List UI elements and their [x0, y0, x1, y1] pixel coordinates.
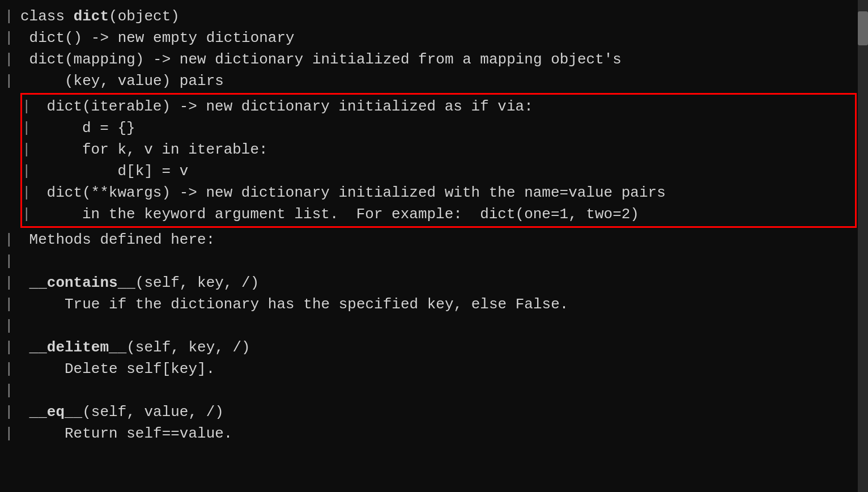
line-text: Return self==value. [20, 423, 857, 444]
line-text: (key, value) pairs [20, 70, 857, 92]
line-item: |class dict(object) [5, 6, 857, 27]
line-item: | dict() -> new empty dictionary [5, 27, 857, 49]
highlight-region: | dict(iterable) -> new dictionary initi… [20, 93, 857, 228]
line-bar: | [22, 203, 33, 225]
line-bar: | [5, 6, 16, 27]
line-text: __eq__(self, value, /) [20, 401, 857, 423]
line-item: | Methods defined here: [5, 229, 857, 251]
line-text: Delete self[key]. [20, 358, 857, 380]
line-bar: | [22, 117, 33, 139]
content-area: |class dict(object)| dict() -> new empty… [0, 6, 857, 444]
line-bar: | [22, 182, 33, 203]
line-text: d = {} [38, 117, 855, 139]
line-bar: | [22, 160, 33, 182]
line-item: | __contains__(self, key, /) [5, 272, 857, 294]
scrollbar-thumb[interactable] [858, 11, 868, 45]
line-item: | dict(mapping) -> new dictionary initia… [5, 49, 857, 70]
line-item: | [5, 380, 857, 401]
line-text: d[k] = v [38, 160, 855, 182]
line-bar: | [5, 49, 16, 70]
line-bar: | [5, 272, 16, 294]
line-item: | in the keyword argument list. For exam… [22, 203, 855, 225]
line-bar: | [5, 251, 16, 272]
line-bar: | [5, 380, 16, 401]
line-item: | d = {} [22, 117, 855, 139]
line-bar: | [5, 27, 16, 49]
line-text: Methods defined here: [20, 229, 857, 251]
line-bar: | [22, 96, 33, 117]
line-item: | dict(**kwargs) -> new dictionary initi… [22, 182, 855, 203]
scrollbar[interactable] [858, 0, 868, 492]
line-item: | __eq__(self, value, /) [5, 401, 857, 423]
line-bar: | [5, 315, 16, 337]
line-text: __delitem__(self, key, /) [20, 337, 857, 358]
line-bar: | [5, 401, 16, 423]
line-item: | (key, value) pairs [5, 70, 857, 92]
line-item: | [5, 315, 857, 337]
line-bar: | [22, 139, 33, 160]
line-item: | for k, v in iterable: [22, 139, 855, 160]
line-item: | dict(iterable) -> new dictionary initi… [22, 96, 855, 117]
line-item: | Return self==value. [5, 423, 857, 444]
line-item: | __delitem__(self, key, /) [5, 337, 857, 358]
line-text: dict(**kwargs) -> new dictionary initial… [38, 182, 855, 203]
line-text: class dict(object) [20, 6, 857, 27]
line-text: dict(mapping) -> new dictionary initiali… [20, 49, 857, 70]
line-text: for k, v in iterable: [38, 139, 855, 160]
line-bar: | [5, 229, 16, 251]
line-bar: | [5, 423, 16, 444]
line-item: | [5, 251, 857, 272]
line-bar: | [5, 294, 16, 315]
line-bar: | [5, 70, 16, 92]
line-item: | True if the dictionary has the specifi… [5, 294, 857, 315]
line-bar: | [5, 358, 16, 380]
line-text: dict(iterable) -> new dictionary initial… [38, 96, 855, 117]
terminal: |class dict(object)| dict() -> new empty… [0, 0, 868, 492]
line-item: | d[k] = v [22, 160, 855, 182]
line-text: __contains__(self, key, /) [20, 272, 857, 294]
line-item: | Delete self[key]. [5, 358, 857, 380]
line-text: True if the dictionary has the specified… [20, 294, 857, 315]
line-text: in the keyword argument list. For exampl… [38, 203, 855, 225]
line-bar: | [5, 337, 16, 358]
line-text: dict() -> new empty dictionary [20, 27, 857, 49]
